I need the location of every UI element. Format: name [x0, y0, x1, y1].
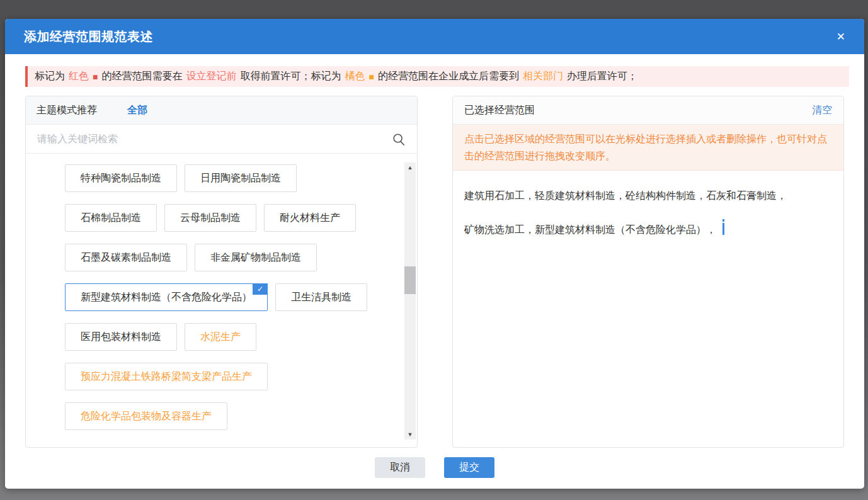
- selected-scope-text: 建筑用石加工，轻质建筑材料制造，砼结构构件制造，石灰和石膏制造，: [464, 187, 832, 205]
- clear-link[interactable]: 清空: [812, 104, 832, 117]
- scope-tag-list: ▲ ▼ 特种陶瓷制品制造日用陶瓷制品制造石棉制品制造云母制品制造耐火材料生产石墨…: [26, 154, 417, 447]
- red-square-icon: ■: [93, 72, 98, 82]
- scroll-down-icon[interactable]: ▼: [404, 429, 416, 440]
- search-icon[interactable]: [392, 132, 406, 146]
- notice-pre-permit-label: 设立登记前: [186, 70, 236, 83]
- tab-theme-recommend[interactable]: 主题模式推荐: [37, 104, 97, 117]
- cancel-button[interactable]: 取消: [375, 457, 425, 478]
- scrollbar-thumb[interactable]: [404, 266, 416, 294]
- notice-text: 的经营范围在企业成立后需要到: [378, 70, 519, 83]
- selected-scope-panel: 已选择经营范围 清空 点击已选择区域的经营范围可以在光标处进行选择插入或者删除操…: [452, 96, 844, 448]
- text-cursor: [722, 223, 724, 235]
- scope-tag[interactable]: 云母制品制造: [164, 204, 256, 232]
- dialog-title: 添加经营范围规范表述: [24, 28, 153, 45]
- dialog-header: 添加经营范围规范表述 ✕: [5, 19, 864, 54]
- scope-tag[interactable]: 石棉制品制造: [65, 204, 157, 232]
- scope-tag[interactable]: 耐火材料生产: [264, 204, 356, 232]
- selected-scope-editor[interactable]: 建筑用石加工，轻质建筑材料制造，砼结构构件制造，石灰和石膏制造， 矿物洗选加工，…: [453, 171, 843, 419]
- add-business-scope-dialog: 添加经营范围规范表述 ✕ 标记为 红色 ■ 的经营范围需要在 设立登记前 取得前…: [5, 19, 864, 489]
- notice-orange-label: 橘色: [345, 70, 365, 83]
- notice-dept-label: 相关部门: [523, 70, 563, 83]
- search-bar: [26, 125, 417, 154]
- picker-tabs: 主题模式推荐 全部: [26, 96, 417, 125]
- tag-row: 预应力混凝土铁路桥梁简支梁产品生产: [65, 363, 389, 390]
- scope-tag[interactable]: 特种陶瓷制品制造: [65, 164, 177, 192]
- selected-scope-text: 矿物洗选加工，新型建筑材料制造（不含危险化学品），: [464, 224, 716, 235]
- notice-text: 办理后置许可；: [567, 70, 637, 83]
- notice-text: 的经营范围需要在: [101, 70, 182, 83]
- scope-picker-panel: 主题模式推荐 全部 ▲ ▼ 特种陶瓷制品制造日用陶瓷制品制造石棉制品制造云母制品…: [25, 96, 418, 448]
- tag-row: 特种陶瓷制品制造日用陶瓷制品制造: [65, 164, 389, 192]
- dialog-footer: 取消 提交: [5, 457, 864, 478]
- selected-scope-header: 已选择经营范围 清空: [453, 96, 843, 125]
- notice-text: 取得前置许可；标记为: [240, 70, 341, 83]
- scope-tag[interactable]: 石墨及碳素制品制造: [65, 244, 187, 271]
- search-input[interactable]: [37, 134, 392, 145]
- tag-row: 危险化学品包装物及容器生产: [65, 402, 389, 430]
- selected-scope-hint: 点击已选择区域的经营范围可以在光标处进行选择插入或者删除操作，也可针对点击的经营…: [453, 125, 843, 171]
- tag-row: 医用包装材料制造水泥生产: [65, 323, 389, 351]
- scope-tag[interactable]: 非金属矿物制品制造: [195, 244, 317, 271]
- scope-tag[interactable]: 新型建筑材料制造（不含危险化学品）✓: [65, 283, 268, 311]
- selected-scope-text: 矿物洗选加工，新型建筑材料制造（不含危险化学品），: [464, 221, 832, 239]
- scrollbar[interactable]: ▲ ▼: [404, 162, 416, 440]
- scroll-up-icon[interactable]: ▲: [404, 162, 416, 173]
- submit-button[interactable]: 提交: [444, 457, 494, 478]
- permit-notice-bar: 标记为 红色 ■ 的经营范围需要在 设立登记前 取得前置许可；标记为 橘色 ■ …: [25, 66, 849, 87]
- tag-row: 新型建筑材料制造（不含危险化学品）✓卫生洁具制造: [65, 283, 389, 311]
- notice-red-label: 红色: [69, 70, 89, 83]
- scope-tag[interactable]: 预应力混凝土铁路桥梁简支梁产品生产: [65, 363, 268, 390]
- close-icon[interactable]: ✕: [837, 31, 845, 42]
- scope-tag[interactable]: 危险化学品包装物及容器生产: [65, 402, 227, 430]
- tag-row: 石墨及碳素制品制造非金属矿物制品制造: [65, 244, 389, 271]
- scope-tag[interactable]: 卫生洁具制造: [275, 283, 367, 311]
- check-icon: ✓: [253, 283, 268, 295]
- scope-tag[interactable]: 日用陶瓷制品制造: [185, 164, 297, 192]
- notice-text: 标记为: [35, 70, 65, 83]
- orange-square-icon: ■: [368, 72, 374, 82]
- selected-scope-title: 已选择经营范围: [464, 104, 535, 117]
- panels-container: 主题模式推荐 全部 ▲ ▼ 特种陶瓷制品制造日用陶瓷制品制造石棉制品制造云母制品…: [25, 96, 844, 448]
- tab-all[interactable]: 全部: [127, 104, 147, 117]
- scope-tag[interactable]: 医用包装材料制造: [65, 323, 177, 351]
- tag-row: 石棉制品制造云母制品制造耐火材料生产: [65, 204, 389, 232]
- scope-tag[interactable]: 水泥生产: [185, 323, 256, 351]
